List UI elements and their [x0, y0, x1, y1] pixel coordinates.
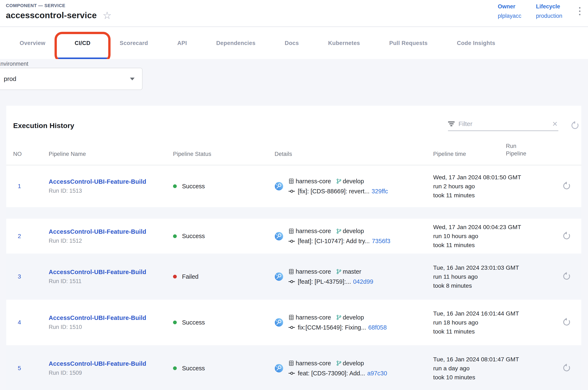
lifecycle-value-link[interactable]: production [536, 13, 562, 19]
pipeline-time: Tue, 16 Jan 2024 16:01:44 GMT run 18 hou… [433, 309, 506, 336]
run-pipeline-button[interactable] [562, 363, 572, 373]
status-text: Success [182, 319, 205, 326]
git-commit-icon [288, 189, 295, 193]
harness-logo-icon [274, 272, 283, 281]
refresh-icon[interactable] [570, 120, 580, 131]
git-branch-icon [336, 314, 342, 320]
clear-filter-icon[interactable]: × [551, 121, 558, 127]
tab-scorecard[interactable]: Scorecard [105, 27, 163, 59]
pipeline-time: Tue, 16 Jan 2024 08:01:47 GMT run a day … [433, 355, 506, 382]
page: COMPONENT — SERVICE accesscontrol-servic… [0, 0, 588, 390]
commit-sha-link[interactable]: a97c30 [367, 370, 387, 377]
status-text: Failed [182, 273, 198, 280]
tab-overview[interactable]: Overview [5, 27, 60, 59]
col-pipeline-name: Pipeline Name [49, 151, 173, 157]
execution-row: 4 AccessControl-UBI-Feature-Build Run ID… [6, 300, 581, 345]
col-pipeline-status: Pipeline Status [173, 151, 274, 157]
row-number: 5 [13, 365, 49, 372]
owner-meta: Owner plplayacc [498, 3, 521, 19]
status-text: Success [182, 365, 205, 372]
tab-bar: Overview CI/CD Scorecard API Dependencie… [0, 27, 588, 59]
status-dot [173, 275, 177, 279]
commit-message: [feat]: [CI-10747]: Add try... [298, 238, 370, 244]
environment-label: Environment [0, 61, 28, 67]
environment-select[interactable]: prod [0, 68, 143, 90]
commit-sha-link[interactable]: 042d99 [353, 278, 373, 285]
commit-message: feat: [CDS-73090]: Add... [298, 370, 365, 377]
run-id: Run ID: 1513 [49, 188, 173, 194]
filter-icon [448, 122, 455, 126]
branch-name: develop [343, 228, 364, 235]
owner-value-link[interactable]: plplayacc [498, 13, 521, 19]
repository-icon [288, 269, 294, 275]
branch-name: master [343, 268, 361, 275]
harness-logo-icon [274, 318, 283, 327]
pipeline-time: Wed, 17 Jan 2024 08:01:50 GMT run 2 hour… [433, 173, 506, 200]
pipeline-name-link[interactable]: AccessControl-UBI-Feature-Build [49, 178, 173, 185]
tab-api[interactable]: API [162, 27, 201, 59]
harness-logo-icon [274, 232, 283, 241]
breadcrumb: COMPONENT — SERVICE [6, 3, 112, 8]
branch-name: develop [343, 178, 364, 185]
commit-message: [fix]: [CDS-88669]: revert... [298, 188, 369, 195]
pipeline-time: Tue, 16 Jan 2024 23:01:03 GMT run 11 hou… [433, 263, 506, 290]
filter-input[interactable] [458, 120, 551, 128]
pipeline-name-link[interactable]: AccessControl-UBI-Feature-Build [49, 269, 173, 276]
commit-sha-link[interactable]: 329ffc [372, 188, 388, 195]
col-run-pipeline: Run Pipeline [506, 142, 533, 157]
run-id: Run ID: 1509 [49, 370, 173, 376]
chevron-down-icon [130, 78, 135, 80]
git-branch-icon [336, 360, 342, 366]
git-branch-icon [336, 178, 342, 184]
repo-name: harness-core [296, 178, 331, 185]
branch-name: develop [343, 314, 364, 321]
pipeline-time: Wed, 17 Jan 2024 00:04:23 GMT run 10 hou… [433, 223, 506, 250]
kebab-menu-icon[interactable] [577, 3, 583, 19]
tab-pull-requests[interactable]: Pull Requests [375, 27, 442, 59]
pipeline-name-link[interactable]: AccessControl-UBI-Feature-Build [49, 314, 173, 321]
repo-name: harness-core [296, 314, 331, 321]
page-title: accesscontrol-service [6, 10, 97, 20]
harness-logo-icon [274, 364, 283, 373]
cicd-content: Environment prod Execution History × [0, 59, 588, 390]
lifecycle-meta: Lifecycle production [536, 3, 562, 19]
status-text: Success [182, 233, 205, 240]
star-icon[interactable]: ☆ [103, 11, 112, 20]
run-pipeline-button[interactable] [562, 181, 572, 191]
col-no: NO [13, 151, 49, 157]
execution-row: 5 AccessControl-UBI-Feature-Build Run ID… [6, 345, 581, 390]
col-pipeline-time: Pipeline time [433, 151, 506, 157]
repository-icon [288, 314, 294, 320]
repo-name: harness-core [296, 268, 331, 275]
run-pipeline-button[interactable] [562, 317, 572, 327]
row-number: 3 [13, 273, 49, 280]
run-pipeline-button[interactable] [562, 231, 572, 241]
status-dot [173, 184, 177, 188]
branch-name: develop [343, 360, 364, 367]
row-separator [6, 207, 581, 219]
status-dot [173, 234, 177, 238]
pipeline-name-link[interactable]: AccessControl-UBI-Feature-Build [49, 228, 173, 235]
pipeline-name-link[interactable]: AccessControl-UBI-Feature-Build [49, 360, 173, 367]
run-pipeline-button[interactable] [562, 271, 572, 282]
tab-cicd[interactable]: CI/CD [60, 27, 105, 59]
repo-name: harness-core [296, 360, 331, 367]
commit-sha-link[interactable]: 68f058 [368, 324, 387, 331]
status-text: Success [182, 183, 205, 190]
run-id: Run ID: 1510 [49, 324, 173, 330]
tab-code-insights[interactable]: Code Insights [442, 27, 510, 59]
repo-name: harness-core [296, 228, 331, 235]
repository-icon [288, 228, 294, 234]
tab-docs[interactable]: Docs [270, 27, 314, 59]
run-id: Run ID: 1511 [49, 278, 173, 285]
status-dot [173, 366, 177, 370]
commit-sha-link[interactable]: 7356f3 [372, 238, 390, 244]
active-tab-underline [57, 57, 108, 59]
owner-label: Owner [498, 3, 521, 10]
execution-row: 2 AccessControl-UBI-Feature-Build Run ID… [6, 219, 581, 254]
tab-dependencies[interactable]: Dependencies [202, 27, 270, 59]
harness-logo-icon [274, 182, 283, 191]
col-details: Details [274, 151, 433, 157]
tab-kubernetes[interactable]: Kubernetes [314, 27, 375, 59]
git-commit-icon [288, 371, 295, 375]
